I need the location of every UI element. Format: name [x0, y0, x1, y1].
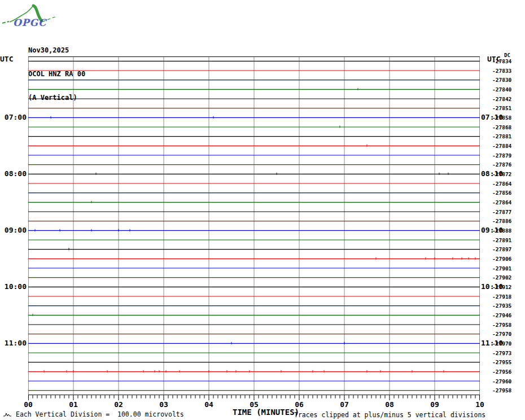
x-tick-label: 06: [291, 400, 308, 409]
dc-value: -27840: [492, 86, 511, 93]
x-tick-label: 09: [426, 400, 443, 409]
dc-value: -27897: [492, 246, 511, 252]
dc-value: -27886: [492, 218, 511, 224]
utc-label-left: UTC: [0, 55, 13, 63]
hour-label-left: 08:00: [0, 169, 27, 178]
waveform-glyph: [3, 413, 12, 417]
dc-value: -27935: [492, 303, 511, 309]
hour-label-right: 08:10: [481, 169, 507, 178]
dc-value: -27973: [492, 350, 511, 356]
dc-value: -27902: [492, 274, 511, 281]
hour-label-right: 07:10: [481, 113, 507, 121]
helicorder-page: OPGC Nov30,2025 OCOL HNZ RA 00 (A Vertic…: [0, 0, 525, 420]
dc-value: -27856: [492, 190, 511, 196]
clipping-note: Traces clipped at plus/minus 5 vertical …: [294, 411, 485, 419]
dc-value: -27876: [492, 161, 511, 168]
dc-value: -27830: [492, 77, 511, 83]
dc-value: -27877: [492, 209, 511, 215]
dc-value: -27891: [492, 237, 511, 243]
dc-value: -27833: [492, 68, 511, 74]
dc-value: -27864: [492, 199, 511, 205]
logo-dash-left: [2, 21, 9, 23]
dc-value: -27901: [492, 265, 511, 272]
vertical-division-note: Each Vertical Division = 100.00 microvol…: [16, 410, 184, 418]
dc-value: -27868: [492, 124, 511, 130]
x-tick-label: 10: [471, 400, 488, 409]
dc-value: -27958: [492, 387, 511, 393]
logo-text: OPGC: [13, 17, 47, 28]
dc-value: -27960: [492, 378, 511, 384]
dc-value: -27884: [492, 143, 511, 149]
dc-value: -27946: [492, 312, 511, 318]
hour-label-right: 10:10: [481, 282, 507, 291]
trace-canvas: [28, 56, 480, 395]
x-tick-label: 04: [200, 400, 217, 409]
dc-value: -27864: [492, 181, 511, 187]
dc-value: -27955: [492, 359, 511, 365]
x-tick-label: 00: [20, 400, 37, 409]
x-axis-title: TIME (MINUTES): [233, 408, 299, 417]
dc-value: -27906: [492, 256, 511, 262]
x-tick-label: 03: [155, 400, 172, 409]
x-tick-label: 01: [65, 400, 82, 409]
dc-value: -27956: [492, 369, 511, 375]
dc-value: -27851: [492, 105, 511, 111]
opgc-logo: OPGC: [1, 1, 58, 28]
hour-label-right: 11:10: [481, 339, 507, 347]
hour-label-right: 09:10: [481, 226, 507, 234]
x-tick-label: 08: [381, 400, 398, 409]
dc-value: -27879: [492, 152, 511, 159]
hour-label-left: 09:00: [0, 226, 27, 234]
dc-value: -27881: [492, 133, 511, 139]
hour-label-left: 11:00: [0, 339, 27, 347]
dc-value: -27918: [492, 294, 511, 300]
hour-label-left: 10:00: [0, 282, 27, 291]
x-tick-label: 07: [336, 400, 353, 409]
x-tick-label: 05: [246, 400, 262, 409]
header-date: Nov30,2025: [28, 46, 85, 54]
x-tick-label: 02: [110, 400, 127, 409]
dc-column-header: DC: [504, 53, 510, 58]
hour-label-left: 07:00: [0, 113, 27, 121]
dc-value: -27842: [492, 96, 511, 102]
dc-value: -27834: [492, 58, 511, 64]
dc-value: -27970: [492, 331, 511, 337]
helicorder-plot: [28, 56, 480, 395]
dc-value: -27958: [492, 322, 511, 328]
